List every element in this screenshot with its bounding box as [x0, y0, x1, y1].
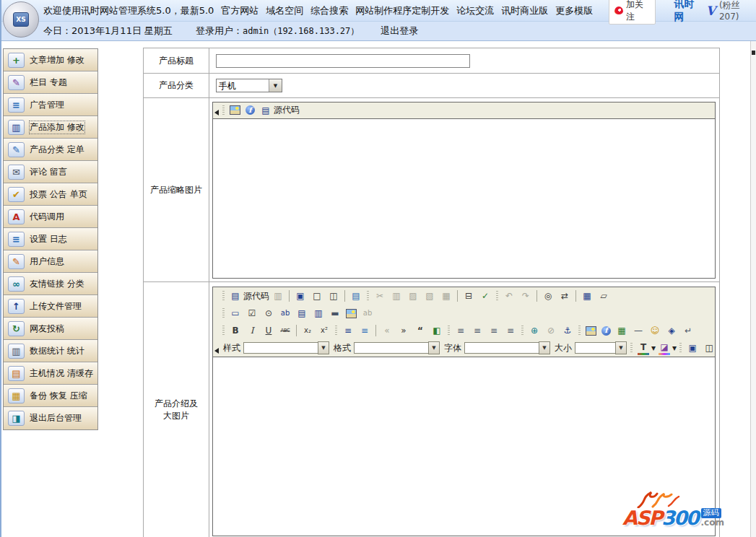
insert-hidden-field-button[interactable]: ab [361, 305, 376, 321]
nav-commercial-edition[interactable]: 讯时商业版 [501, 4, 548, 17]
format-combo[interactable]: 格式 ▼ [334, 341, 440, 354]
toolbar-collapse-icon[interactable] [214, 110, 219, 115]
insert-flash-button[interactable]: f [601, 323, 614, 339]
indent-button[interactable]: » [397, 323, 412, 339]
sidebar-item-host-status-cache[interactable]: ▤ 主机情况 清缓存 [4, 362, 97, 385]
insert-form-button[interactable]: ▭ [229, 305, 244, 321]
dropdown-arrow-icon[interactable]: ▼ [428, 341, 440, 354]
copy-button[interactable]: ▥ [390, 288, 405, 304]
source-button[interactable]: ▤源代码 [229, 288, 270, 304]
size-combo[interactable]: 大小 ▼ [555, 341, 627, 354]
smiley-button[interactable]: ☺ [648, 323, 664, 339]
sidebar-item-comment-message[interactable]: ✉ 评论 留言 [4, 161, 97, 183]
save-button[interactable]: ▣ [294, 288, 309, 304]
select-all-button[interactable]: ▦ [581, 288, 596, 304]
sidebar-item-article-add-modify[interactable]: + 文章增加 修改 [4, 49, 97, 71]
bold-button[interactable]: B [229, 323, 244, 339]
anchor-button[interactable]: ⚓ [561, 323, 576, 339]
sidebar-item-code-call[interactable]: A 代码调用 [4, 206, 97, 228]
nav-more-templates[interactable]: 更多模版 [555, 4, 593, 17]
underline-button[interactable]: U [262, 323, 277, 339]
insert-checkbox-button[interactable]: ☑ [246, 305, 261, 321]
redo-button[interactable]: ↷ [519, 288, 534, 304]
blockquote-button[interactable]: “ [414, 323, 429, 339]
font-combo[interactable]: 字体 ▼ [444, 341, 550, 354]
sidebar-item-upload-file-manage[interactable]: ↑ 上传文件管理 [4, 295, 97, 318]
combo-value-box[interactable] [464, 342, 539, 354]
print-button[interactable]: ⊟ [462, 288, 477, 304]
strikethrough-button[interactable]: ABC [279, 323, 294, 339]
sidebar-item-exit-admin[interactable]: ◨ 退出后台管理 [4, 407, 97, 429]
horizontal-rule-button[interactable]: — [632, 323, 647, 339]
align-justify-button[interactable]: ≡ [504, 323, 519, 339]
logout-link[interactable]: 退出登录 [381, 25, 418, 38]
align-left-button[interactable]: ≡ [454, 323, 469, 339]
vertical-scrollbar[interactable] [750, 41, 756, 537]
thumbnail-editor-content[interactable] [213, 119, 715, 278]
ordered-list-button[interactable]: ≡ [342, 323, 357, 339]
nav-official-site[interactable]: 官方网站 [221, 4, 258, 17]
show-blocks-button[interactable]: ◫ [703, 340, 718, 356]
special-char-button[interactable]: ◈ [665, 323, 680, 339]
superscript-button[interactable]: x² [318, 323, 333, 339]
subscript-button[interactable]: x₂ [301, 323, 316, 339]
undo-button[interactable]: ↶ [503, 288, 518, 304]
div-container-button[interactable]: ◧ [430, 323, 446, 339]
preview-button[interactable]: ◫ [327, 288, 342, 304]
weibo-follow-button[interactable]: 加关注 [609, 0, 655, 25]
outdent-button[interactable]: « [381, 323, 396, 339]
sidebar-item-backup-restore[interactable]: ▦ 备份 恢复 压缩 [4, 385, 97, 407]
product-category-select[interactable]: 手机 ▼ [216, 79, 282, 92]
insert-textfield-button[interactable]: ab [279, 305, 294, 321]
sidebar-item-settings-log[interactable]: ≡ 设置 日志 [4, 228, 97, 250]
source-button[interactable]: ▤源代码 [259, 102, 300, 118]
paste-text-button[interactable]: ▧ [423, 288, 438, 304]
new-page-button[interactable]: □ [310, 288, 326, 304]
text-color-button[interactable]: T▾ [637, 340, 656, 356]
insert-image-button[interactable] [585, 323, 599, 339]
paste-button[interactable]: ▨ [407, 288, 422, 304]
insert-flash-button[interactable]: f [245, 102, 258, 118]
insert-button-button[interactable]: ▬ [329, 305, 344, 321]
nav-meta-search[interactable]: 综合搜索 [310, 4, 348, 17]
sidebar-item-column-topic[interactable]: ✎ 栏目 专题 [4, 71, 97, 94]
sidebar-item-links-category[interactable]: ∞ 友情链接 分类 [4, 273, 97, 295]
scrollbar-handle[interactable] [752, 51, 755, 55]
insert-textarea-button[interactable]: ▤ [295, 305, 310, 321]
page-break-button[interactable]: ↵ [682, 323, 697, 339]
product-title-input[interactable] [216, 54, 470, 68]
remove-format-button[interactable]: ▱ [597, 288, 612, 304]
cut-button[interactable]: ✂ [373, 288, 388, 304]
weibo-account-name[interactable]: 讯时网 [674, 0, 702, 24]
style-combo[interactable]: 样式 ▼ [223, 341, 329, 354]
align-right-button[interactable]: ≡ [487, 323, 503, 339]
sidebar-item-user-info[interactable]: ✎ 用户信息 [4, 250, 97, 273]
italic-button[interactable]: I [246, 323, 261, 339]
unordered-list-button[interactable]: ≡ [358, 323, 373, 339]
replace-button[interactable]: ⇄ [558, 288, 573, 304]
nav-site-dev-custom[interactable]: 网站制作程序定制开发 [355, 4, 449, 17]
dropdown-arrow-icon[interactable]: ▼ [539, 341, 550, 354]
insert-radio-button[interactable]: ⊙ [262, 305, 277, 321]
find-button[interactable]: ◎ [542, 288, 557, 304]
unlink-button[interactable]: ⊘ [544, 323, 560, 339]
insert-select-button[interactable]: ▥ [312, 305, 327, 321]
nav-domain-space[interactable]: 域名空间 [266, 4, 303, 17]
sidebar-item-vote-notice-page[interactable]: ✔ 投票 公告 单页 [4, 183, 97, 206]
background-color-button[interactable]: ◪▾ [658, 340, 677, 356]
dropdown-arrow-icon[interactable]: ▼ [318, 341, 329, 354]
sidebar-item-user-submission[interactable]: ↻ 网友投稿 [4, 318, 97, 340]
insert-table-button[interactable]: ▦ [615, 323, 630, 339]
maximize-button[interactable]: ▣ [686, 340, 701, 356]
sidebar-item-ad-manage[interactable]: ≡ 广告管理 [4, 94, 97, 116]
templates-button[interactable]: ▤ [349, 288, 365, 304]
toolbar-collapse-icon[interactable] [214, 348, 219, 354]
combo-value-box[interactable] [354, 342, 428, 354]
dropdown-arrow-icon[interactable]: ▼ [615, 341, 627, 354]
align-center-button[interactable]: ≡ [471, 323, 486, 339]
combo-value-box[interactable] [243, 342, 318, 354]
nav-forum[interactable]: 论坛交流 [456, 4, 494, 17]
combo-value-box[interactable] [575, 342, 615, 354]
spellcheck-button[interactable]: ✓ [479, 288, 494, 304]
insert-image-button-button[interactable] [345, 305, 360, 321]
